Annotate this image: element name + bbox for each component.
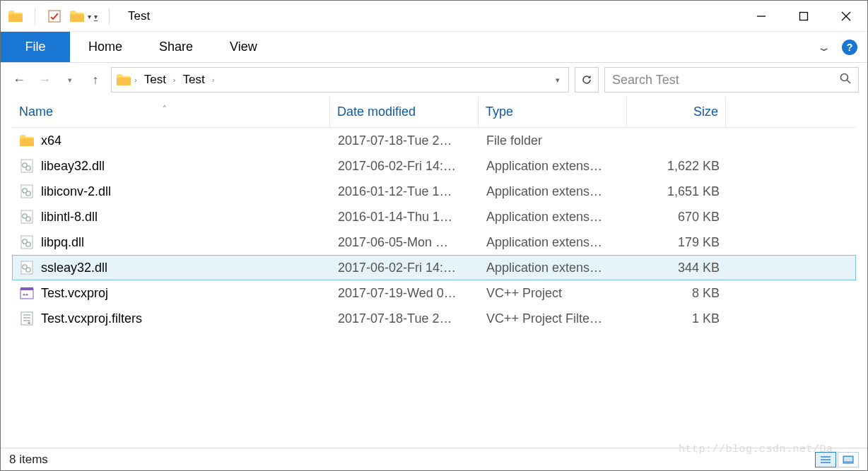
column-header-size[interactable]: Size (627, 97, 726, 127)
folder-icon (69, 8, 85, 24)
tab-share[interactable]: Share (141, 32, 211, 62)
view-switcher (815, 452, 859, 467)
column-header-row: Name Date modified Type Size (12, 97, 856, 128)
svg-rect-34 (844, 457, 852, 461)
file-type: Application extens… (479, 210, 628, 225)
refresh-button[interactable] (575, 67, 599, 93)
file-date: 2016-01-14-Thu 1… (331, 210, 479, 225)
back-button[interactable]: ← (9, 70, 29, 90)
svg-text:+: + (28, 321, 30, 326)
column-header-type[interactable]: Type (479, 97, 627, 127)
file-size: 1,651 KB (628, 184, 727, 199)
file-type: Application extens… (479, 159, 628, 174)
breadcrumb-item[interactable]: Test (179, 73, 209, 87)
separator (35, 8, 35, 25)
file-date: 2017-07-19-Wed 0… (331, 286, 479, 301)
search-input[interactable] (612, 73, 824, 88)
svg-rect-25 (21, 312, 33, 325)
file-type: Application extens… (479, 261, 628, 275)
tab-view[interactable]: View (211, 32, 276, 62)
file-type: Application extens… (479, 235, 628, 250)
separator (109, 8, 110, 25)
tab-home[interactable]: Home (70, 32, 141, 62)
file-name: libeay32.dll (41, 159, 105, 174)
file-date: 2016-01-12-Tue 1… (331, 184, 479, 199)
minimize-button[interactable] (740, 4, 782, 29)
new-folder-dropdown[interactable]: ▾ ▾ (69, 8, 98, 24)
file-type: Application extens… (479, 184, 628, 199)
file-row[interactable]: libpq.dll2017-06-05-Mon …Application ext… (12, 229, 856, 255)
svg-line-6 (848, 80, 851, 83)
properties-icon[interactable] (47, 8, 62, 24)
folder-icon (116, 72, 131, 88)
filter-icon: + (20, 311, 34, 326)
dll-icon (20, 159, 34, 173)
file-tab[interactable]: File (1, 32, 70, 62)
address-dropdown-icon[interactable]: ▾ (556, 76, 564, 85)
file-type: File folder (479, 133, 628, 148)
app-folder-icon (8, 8, 23, 24)
ribbon: File Home Share View ⌄ ? (1, 32, 867, 63)
dll-icon (20, 261, 34, 275)
quick-access-toolbar: ▾ ▾ Test (1, 8, 150, 25)
breadcrumb-item[interactable]: Test (140, 73, 170, 87)
file-date: 2017-06-02-Fri 14:… (331, 261, 479, 275)
column-header-date[interactable]: Date modified (330, 97, 479, 127)
file-type: VC++ Project (479, 286, 628, 301)
address-bar[interactable]: › Test › Test › ▾ (111, 67, 569, 93)
file-size: 179 KB (628, 235, 727, 250)
search-icon[interactable] (840, 73, 851, 88)
file-date: 2017-07-18-Tue 2… (331, 311, 479, 326)
svg-rect-2 (800, 12, 808, 20)
window-controls (740, 4, 867, 29)
file-row[interactable]: libiconv-2.dll2016-01-12-Tue 1…Applicati… (12, 179, 856, 204)
file-name: x64 (41, 133, 61, 148)
titlebar: ▾ ▾ Test (1, 1, 867, 32)
forward-button[interactable]: → (35, 70, 54, 90)
svg-rect-23 (20, 287, 33, 290)
window-title: Test (128, 9, 150, 23)
search-box[interactable] (604, 67, 859, 93)
up-button[interactable]: ↑ (86, 70, 105, 90)
thumbnails-view-button[interactable] (838, 452, 859, 467)
item-count: 8 items (9, 453, 48, 467)
svg-point-5 (841, 73, 848, 81)
file-row[interactable]: libeay32.dll2017-06-02-Fri 14:…Applicati… (12, 153, 856, 179)
folder-icon (20, 133, 34, 148)
close-button[interactable] (825, 4, 867, 29)
chevron-right-icon[interactable]: › (134, 76, 137, 84)
file-row[interactable]: ++Test.vcxproj2017-07-19-Wed 0…VC++ Proj… (12, 280, 856, 306)
file-size: 1 KB (628, 311, 727, 326)
details-view-button[interactable] (815, 452, 836, 467)
file-list: ˄ Name Date modified Type Size x642017-0… (1, 97, 867, 448)
chevron-right-icon[interactable]: › (212, 76, 215, 84)
file-date: 2017-06-05-Mon … (331, 235, 479, 250)
file-name: libpq.dll (41, 235, 84, 250)
chevron-right-icon[interactable]: › (173, 76, 176, 84)
file-row[interactable]: +Test.vcxproj.filters2017-07-18-Tue 2…VC… (12, 306, 856, 331)
file-size: 344 KB (628, 261, 727, 275)
help-button[interactable]: ? (842, 40, 857, 55)
file-date: 2017-07-18-Tue 2… (331, 133, 479, 148)
file-name: Test.vcxproj (41, 286, 108, 301)
maximize-button[interactable] (782, 4, 825, 29)
file-size: 1,622 KB (628, 159, 727, 174)
column-header-name[interactable]: Name (12, 97, 330, 127)
file-row[interactable]: x642017-07-18-Tue 2…File folder (12, 128, 856, 153)
nav-toolbar: ← → ▾ ↑ › Test › Test › ▾ (1, 63, 867, 97)
file-row[interactable]: libintl-8.dll2016-01-14-Thu 1…Applicatio… (12, 204, 856, 229)
recent-locations-dropdown[interactable]: ▾ (60, 70, 80, 90)
explorer-window: ▾ ▾ Test File Home Share View ⌄ ? ← → ▾ … (0, 0, 868, 471)
file-row[interactable]: ssleay32.dll2017-06-02-Fri 14:…Applicati… (12, 255, 856, 280)
svg-rect-0 (49, 11, 60, 22)
caret-down-icon: ▾ (88, 11, 91, 20)
dll-icon (20, 235, 34, 249)
status-bar: 8 items (1, 448, 867, 470)
dll-icon (20, 184, 34, 198)
qat-overflow-icon[interactable]: ▾ (94, 11, 98, 21)
ribbon-expand-icon[interactable]: ⌄ (816, 45, 832, 49)
file-type: VC++ Project Filte… (479, 311, 628, 326)
file-date: 2017-06-02-Fri 14:… (331, 159, 479, 174)
svg-text:++: ++ (23, 292, 28, 297)
file-name: libintl-8.dll (41, 210, 98, 225)
